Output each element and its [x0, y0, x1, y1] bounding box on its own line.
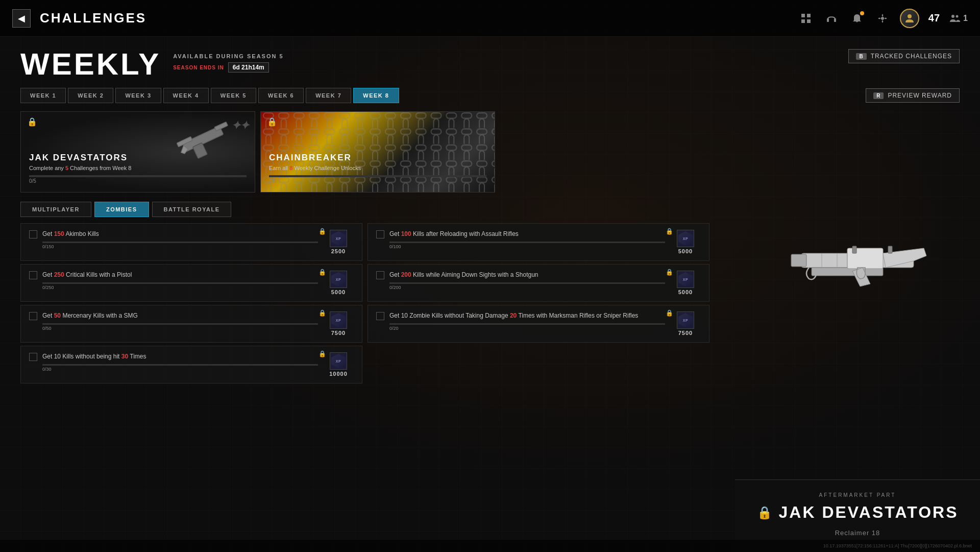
- challenge-text: Get 250 Critical Kills with a Pistol: [42, 271, 318, 279]
- jak-progress-text: 0/5: [29, 178, 247, 184]
- tab-week-6[interactable]: WEEK 6: [258, 88, 304, 103]
- tab-week-4[interactable]: WEEK 4: [163, 88, 209, 103]
- challenge-progress-text: 0/250: [42, 285, 318, 290]
- header-right: 47 1: [798, 9, 968, 28]
- challenge-lock-icon: 🔒: [666, 228, 673, 235]
- challenge-reward: XP 5000: [670, 230, 701, 254]
- challenge-checkbox[interactable]: [29, 353, 37, 361]
- jak-card-content: JAK DEVASTATORS Complete any 5 Challenge…: [21, 112, 255, 192]
- xp-icon: XP: [677, 230, 694, 247]
- back-button[interactable]: ◀: [12, 9, 31, 28]
- challenge-info: Get 50 Mercenary Kills with a SMG 0/50: [42, 311, 318, 331]
- grid-icon[interactable]: [798, 10, 814, 27]
- challenge-checkbox[interactable]: [29, 230, 37, 238]
- avatar: [900, 9, 919, 28]
- debug-text: 10.17.19373551[72:156:11261+11:A] Thu[72…: [823, 543, 972, 548]
- challenge-progress-text: 0/150: [42, 244, 318, 249]
- tab-week-7[interactable]: WEEK 7: [306, 88, 351, 103]
- reward-weapon-name: 🔒 JAK DEVASTATORS: [750, 503, 965, 522]
- tab-week-5[interactable]: WEEK 5: [211, 88, 256, 103]
- challenge-item: Get 10 Kills without being hit 30 Times …: [20, 346, 362, 383]
- challenge-progress-bar: [42, 323, 318, 325]
- chainbreaker-progress-bar: [269, 175, 486, 177]
- challenge-checkbox[interactable]: [29, 271, 37, 279]
- player-level: 47: [928, 12, 940, 24]
- notification-dot: [860, 11, 864, 15]
- challenge-item: Get 200 Kills while Aiming Down Sights w…: [368, 264, 709, 302]
- svg-rect-20: [791, 254, 806, 267]
- challenge-item: Get 150 Akimbo Kills 0/150 🔒 XP 2500: [20, 223, 362, 261]
- tab-week-3[interactable]: WEEK 3: [115, 88, 161, 103]
- tab-zombies[interactable]: ZOMBIES: [94, 202, 149, 217]
- challenge-lock-icon: 🔒: [666, 309, 673, 317]
- challenge-text: Get 200 Kills while Aiming Down Sights w…: [389, 271, 665, 279]
- challenge-lock-icon: 🔒: [318, 309, 326, 317]
- weekly-title: WEEKLY: [20, 49, 161, 80]
- svg-point-6: [881, 17, 884, 20]
- xp-amount: 5000: [331, 289, 346, 295]
- tab-week-2[interactable]: WEEK 2: [68, 88, 113, 103]
- gun-preview-svg: [771, 187, 944, 330]
- chainbreaker-reward-card: 🔒 CHAINBREAKER Earn all 8 Weekly Challen…: [260, 111, 495, 193]
- svg-rect-4: [827, 18, 829, 22]
- chainbreaker-card-content: CHAINBREAKER Earn all 8 Weekly Challenge…: [261, 112, 495, 192]
- tab-battle-royale[interactable]: BATTLE ROYALE: [152, 202, 232, 217]
- svg-rect-0: [801, 14, 805, 17]
- available-text: AVAILABLE DURING SEASON 5: [173, 53, 283, 59]
- challenge-progress-bar: [389, 282, 665, 284]
- chainbreaker-progress-text: 0/8: [269, 178, 486, 184]
- challenges-left-col: Get 150 Akimbo Kills 0/150 🔒 XP 2500 Get: [20, 223, 362, 383]
- xp-amount: 5000: [678, 289, 693, 295]
- season-ends-time: 6d 21h14m: [228, 62, 269, 73]
- challenge-lock-icon: 🔒: [318, 269, 326, 276]
- challenge-info: Get 10 Zombie Kills without Taking Damag…: [389, 311, 665, 331]
- challenge-checkbox[interactable]: [376, 312, 384, 320]
- aftermarket-label: AFTERMARKET PART: [750, 492, 965, 498]
- challenge-lock-icon: 🔒: [666, 269, 673, 276]
- challenge-checkbox[interactable]: [376, 230, 384, 238]
- challenge-reward: XP 5000: [670, 271, 701, 295]
- tab-multiplayer[interactable]: MULTIPLAYER: [20, 202, 91, 217]
- challenge-text: Get 10 Kills without being hit 30 Times: [42, 352, 318, 361]
- weapon-lock-icon: 🔒: [757, 506, 774, 520]
- season-ends-label: SEASON ENDS IN: [173, 65, 224, 70]
- xp-icon: XP: [330, 230, 347, 247]
- jak-reward-card: 🔒 ✦✦ JAK DEVASTATORS Complete any 5 Chal…: [20, 111, 255, 193]
- challenge-item: Get 50 Mercenary Kills with a SMG 0/50 🔒…: [20, 305, 362, 343]
- tab-week-8[interactable]: WEEK 8: [353, 88, 399, 103]
- headset-icon[interactable]: [823, 10, 840, 27]
- challenge-info: Get 250 Critical Kills with a Pistol 0/2…: [42, 271, 318, 290]
- xp-icon: XP: [677, 271, 694, 288]
- challenge-progress-bar: [42, 364, 318, 366]
- challenge-progress-bar: [42, 242, 318, 243]
- status-bar: 10.17.19373551[72:156:11261+11:A] Thu[72…: [0, 540, 980, 552]
- bell-icon[interactable]: [849, 10, 865, 27]
- challenge-progress-text: 0/100: [389, 244, 665, 249]
- jak-card-title: JAK DEVASTATORS: [29, 153, 247, 163]
- xp-icon: XP: [330, 311, 347, 329]
- tab-week-1[interactable]: WEEK 1: [20, 88, 66, 103]
- challenge-reward: XP 10000: [323, 352, 354, 377]
- challenge-progress-bar: [389, 323, 665, 325]
- challenge-progress-bar: [42, 282, 318, 284]
- challenge-checkbox[interactable]: [376, 271, 384, 279]
- challenge-text: Get 150 Akimbo Kills: [42, 230, 318, 238]
- xp-icon: XP: [677, 311, 694, 329]
- challenge-progress-text: 0/50: [42, 326, 318, 331]
- challenge-info: Get 200 Kills while Aiming Down Sights w…: [389, 271, 665, 290]
- svg-point-8: [951, 15, 954, 18]
- xp-icon: XP: [330, 352, 347, 370]
- xp-amount: 7500: [678, 330, 693, 336]
- xp-amount: 10000: [329, 371, 348, 377]
- xp-icon: XP: [330, 271, 347, 288]
- settings-icon[interactable]: [874, 10, 891, 27]
- friend-count: 1: [963, 14, 968, 23]
- right-panel: AFTERMARKET PART 🔒 JAK DEVASTATORS Recla…: [735, 37, 980, 552]
- challenge-progress-text: 0/20: [389, 326, 665, 331]
- jak-progress-bar: [29, 175, 247, 177]
- challenge-item: Get 10 Zombie Kills without Taking Damag…: [368, 305, 709, 343]
- challenge-text: Get 10 Zombie Kills without Taking Damag…: [389, 311, 665, 320]
- challenge-checkbox[interactable]: [29, 312, 37, 320]
- challenge-info: Get 10 Kills without being hit 30 Times …: [42, 352, 318, 372]
- challenge-reward: XP 5000: [323, 271, 354, 295]
